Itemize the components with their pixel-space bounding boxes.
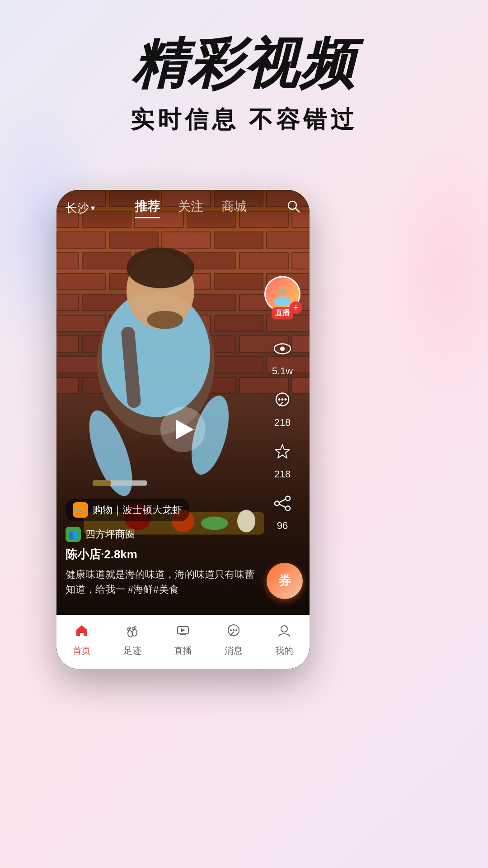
coupon-text: 券 (278, 572, 291, 590)
chevron-down-icon: ▾ (91, 203, 95, 213)
comment-icon (273, 391, 292, 414)
coupon-inner: 券 (267, 563, 303, 599)
shopping-text: 购物｜波士顿大龙虾 (93, 503, 182, 517)
svg-point-43 (233, 629, 235, 631)
svg-point-22 (278, 398, 281, 401)
bottom-info: 🛒 购物｜波士顿大龙虾 👥 四方坪商圈 陈小店·2.8km 健康味道就是海的味道… (66, 499, 255, 597)
svg-point-20 (280, 346, 285, 351)
nav-home[interactable]: 首页 (56, 623, 107, 657)
community-icon: 👥 (66, 527, 81, 542)
svg-marker-25 (275, 444, 290, 458)
right-actions: 直播 + 5.1w (264, 276, 300, 532)
nav-message[interactable]: 消息 (208, 623, 259, 657)
play-icon (176, 420, 194, 439)
svg-point-45 (281, 626, 287, 632)
search-button[interactable] (286, 199, 300, 217)
nav-home-label: 首页 (73, 645, 91, 657)
likes-count: 218 (274, 468, 291, 480)
community-name: 四方坪商圈 (85, 528, 135, 541)
follow-plus-icon[interactable]: + (290, 301, 302, 314)
nav-footprint[interactable]: 足迹 (107, 623, 158, 657)
star-icon (273, 442, 292, 466)
svg-point-32 (132, 629, 137, 637)
location-button[interactable]: 长沙 ▾ (66, 200, 95, 216)
message-icon (226, 623, 241, 642)
coupon-badge[interactable]: 券 (267, 563, 303, 599)
svg-point-18 (274, 296, 291, 305)
nav-live-label: 直播 (174, 645, 192, 657)
location-name: 长沙 (66, 200, 89, 216)
community-tag[interactable]: 👥 四方坪商圈 (66, 527, 255, 542)
profile-icon (277, 623, 292, 642)
svg-point-42 (230, 629, 232, 631)
svg-point-36 (134, 627, 136, 628)
svg-line-30 (279, 504, 286, 507)
tab-mall[interactable]: 商城 (221, 198, 247, 218)
svg-point-4 (147, 311, 183, 329)
nav-footprint-label: 足迹 (123, 645, 141, 657)
svg-line-29 (279, 499, 286, 502)
hero-section: 精彩视频 实时信息 不容错过 (0, 36, 488, 136)
video-nav-tabs: 推荐 关注 商城 (95, 198, 286, 218)
nav-profile[interactable]: 我的 (259, 623, 310, 657)
svg-point-17 (278, 286, 287, 295)
svg-point-24 (285, 398, 287, 401)
shopping-cart-icon: 🛒 (73, 502, 88, 518)
svg-rect-9 (93, 481, 111, 486)
share-icon (273, 494, 292, 517)
svg-point-27 (286, 506, 290, 510)
hero-title: 精彩视频 (0, 36, 488, 90)
video-background: 长沙 ▾ 推荐 关注 商城 (56, 190, 310, 669)
svg-point-34 (129, 627, 131, 629)
nav-live[interactable]: 直播 (158, 623, 208, 657)
likes-action[interactable]: 218 (273, 442, 292, 480)
share-action[interactable]: 96 (273, 494, 292, 532)
home-icon (74, 623, 89, 642)
bottom-nav: 首页 足迹 (56, 615, 310, 669)
svg-point-23 (282, 398, 284, 401)
svg-point-44 (235, 629, 237, 631)
footprint-icon (125, 623, 140, 642)
video-header: 长沙 ▾ 推荐 关注 商城 (56, 190, 310, 226)
svg-point-28 (275, 501, 279, 505)
svg-marker-38 (181, 628, 185, 632)
play-button[interactable] (160, 407, 206, 452)
store-location: 陈小店·2.8km (66, 547, 255, 562)
svg-line-16 (296, 208, 299, 212)
hero-subtitle: 实时信息 不容错过 (0, 104, 488, 136)
shopping-tag[interactable]: 🛒 购物｜波士顿大龙虾 (66, 499, 189, 521)
tab-follow[interactable]: 关注 (178, 198, 203, 218)
tab-recommend[interactable]: 推荐 (135, 198, 160, 218)
avatar-container[interactable]: 直播 + (264, 276, 300, 312)
views-count: 5.1w (272, 365, 293, 377)
bg-decoration-right (380, 136, 488, 407)
comments-action[interactable]: 218 (273, 391, 292, 429)
comments-count: 218 (274, 417, 291, 429)
eye-icon (273, 339, 292, 363)
nav-message-label: 消息 (225, 645, 243, 657)
nav-profile-label: 我的 (275, 645, 293, 657)
video-description: 健康味道就是海的味道，海的味道只有味蕾知道，给我一 #海鲜#美食 (66, 567, 255, 597)
svg-point-3 (127, 248, 194, 288)
shares-count: 96 (277, 520, 288, 532)
svg-point-26 (286, 496, 290, 500)
phone-mockup: 长沙 ▾ 推荐 关注 商城 (56, 190, 310, 669)
live-icon (175, 623, 191, 642)
views-action: 5.1w (272, 339, 293, 377)
